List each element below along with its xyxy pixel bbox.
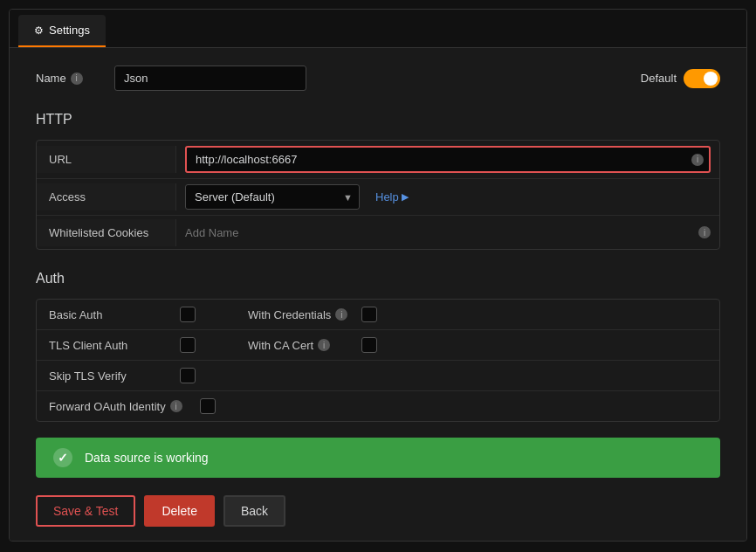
whitelisted-value: i <box>176 221 719 245</box>
http-form-table: URL i Access <box>36 140 720 250</box>
access-select-wrap: Server (Default) Browser Direct ▼ <box>185 184 360 210</box>
skip-tls-checkbox[interactable] <box>180 368 196 383</box>
delete-button[interactable]: Delete <box>144 495 214 527</box>
save-test-button[interactable]: Save & Test <box>36 495 135 527</box>
status-banner: ✓ Data source is working <box>36 438 720 478</box>
auth-form-table: Basic Auth With Credentials i TLS Clie <box>36 299 720 422</box>
basic-auth-checkbox[interactable] <box>180 307 196 322</box>
oauth-checkbox[interactable] <box>200 398 216 414</box>
http-section-title: HTTP <box>36 112 720 128</box>
tab-settings[interactable]: ⚙ Settings <box>18 15 106 47</box>
auth-row-skip-tls: Skip TLS Verify <box>37 361 719 391</box>
name-row: Name i Default <box>36 66 720 91</box>
url-label: URL <box>37 146 176 173</box>
auth-row-oauth: Forward OAuth Identity i <box>37 391 719 421</box>
name-info-icon[interactable]: i <box>71 72 83 85</box>
url-info-icon[interactable]: i <box>691 154 704 166</box>
help-arrow-icon: ▶ <box>402 191 409 203</box>
access-value: Server (Default) Browser Direct ▼ Help ▶ <box>176 179 719 215</box>
auth-row-tls: TLS Client Auth With CA Cert i <box>37 330 719 361</box>
access-select[interactable]: Server (Default) Browser Direct <box>185 184 360 210</box>
ca-cert-checkbox[interactable] <box>361 337 377 353</box>
auth-right-ca: With CA Cert i <box>248 337 377 353</box>
settings-content: Name i Default HTTP URL <box>10 48 746 542</box>
button-row: Save & Test Delete Back <box>36 495 720 527</box>
url-value: i <box>176 141 719 178</box>
tabs-bar: ⚙ Settings <box>10 10 746 48</box>
check-icon: ✓ <box>53 448 72 467</box>
whitelisted-row: Whitelisted Cookies i <box>37 216 719 249</box>
back-button[interactable]: Back <box>223 495 285 527</box>
default-label: Default <box>641 72 677 85</box>
default-row: Default <box>641 69 720 88</box>
auth-row-basic: Basic Auth With Credentials i <box>37 300 719 330</box>
name-label: Name i <box>36 72 97 85</box>
whitelisted-info-icon[interactable]: i <box>698 226 711 238</box>
whitelisted-input[interactable] <box>185 226 691 239</box>
skip-tls-label: Skip TLS Verify <box>49 369 162 383</box>
settings-icon: ⚙ <box>34 24 44 37</box>
ca-cert-label: With CA Cert i <box>248 339 353 352</box>
tls-auth-checkbox[interactable] <box>180 337 196 353</box>
auth-right-credentials: With Credentials i <box>248 307 377 322</box>
help-link[interactable]: Help ▶ <box>375 190 409 204</box>
ca-cert-info-icon[interactable]: i <box>318 339 330 351</box>
with-credentials-checkbox[interactable] <box>361 307 377 322</box>
basic-auth-label: Basic Auth <box>49 308 162 321</box>
name-input[interactable] <box>114 66 306 91</box>
access-label: Access <box>37 183 176 210</box>
tab-settings-label: Settings <box>49 24 90 37</box>
oauth-label: Forward OAuth Identity i <box>49 400 182 413</box>
tls-auth-label: TLS Client Auth <box>49 339 162 352</box>
status-message: Data source is working <box>85 451 209 465</box>
credentials-info-icon[interactable]: i <box>335 308 347 321</box>
oauth-info-icon[interactable]: i <box>170 400 182 412</box>
toggle-thumb <box>704 72 718 86</box>
default-toggle[interactable] <box>684 69 720 88</box>
with-credentials-label: With Credentials i <box>248 308 353 321</box>
access-row: Access Server (Default) Browser Direct ▼ <box>37 179 719 216</box>
url-input-wrap: i <box>185 146 711 173</box>
url-row: URL i <box>37 141 719 179</box>
auth-section-title: Auth <box>36 271 720 286</box>
url-input[interactable] <box>185 146 711 173</box>
whitelisted-label: Whitelisted Cookies <box>37 219 176 246</box>
